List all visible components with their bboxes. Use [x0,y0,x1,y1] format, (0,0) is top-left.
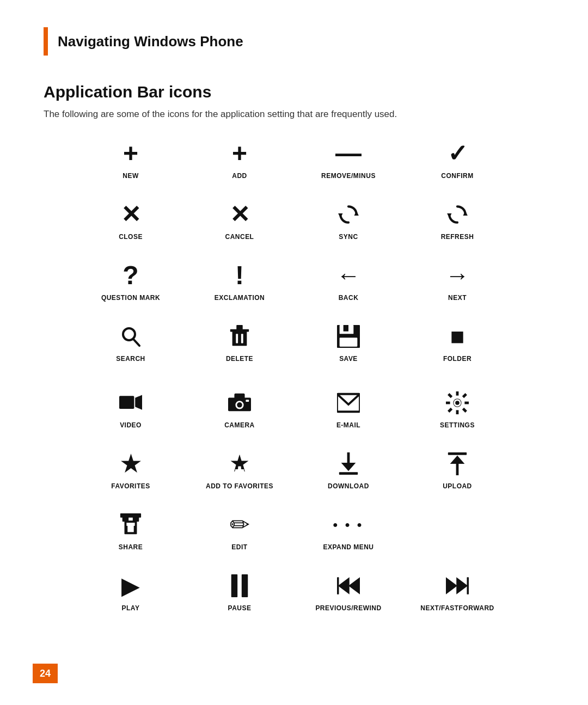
svg-rect-53 [337,577,339,594]
close-label: CLOSE [119,233,143,241]
refresh-label: REFRESH [441,233,474,241]
icon-expand-menu: ● ● ● EXPAND MENU [294,511,403,551]
svg-rect-39 [339,472,358,475]
share-label: SHARE [119,543,143,551]
pause-icon [228,572,251,600]
favorites-icon: ★ [119,450,143,478]
icon-save: SAVE [294,322,403,363]
email-label: E-MAIL [336,421,360,429]
header: Navigating Windows Phone [44,27,544,56]
icon-cancel: ✕ CANCEL [185,200,294,241]
svg-point-33 [455,401,460,405]
svg-marker-52 [338,577,350,594]
add-favorites-icon [228,450,251,478]
header-title: Navigating Windows Phone [58,33,243,50]
camera-icon [228,389,251,417]
svg-point-20 [237,402,242,408]
icon-settings: SETTINGS [403,389,512,429]
play-label: PLAY [122,604,140,612]
section-title: Application Bar icons [44,83,544,101]
upload-icon [446,450,469,478]
svg-rect-49 [231,574,237,597]
svg-line-29 [463,409,467,412]
svg-line-28 [449,394,452,397]
icon-new: + NEW [76,139,185,180]
next-ff-label: NEXT/FASTFORWARD [420,604,494,612]
svg-marker-16 [135,395,142,409]
icon-email: E-MAIL [294,389,403,429]
svg-rect-9 [236,334,238,343]
svg-rect-6 [232,331,247,346]
expand-menu-icon: ● ● ● [333,511,364,539]
page-container: Navigating Windows Phone Application Bar… [0,0,588,676]
save-label: SAVE [339,355,358,363]
svg-marker-38 [341,463,356,471]
icon-next: → NEXT [403,261,512,302]
next-label: NEXT [448,294,467,302]
back-label: BACK [339,294,359,302]
settings-icon [446,389,469,417]
icon-remove: — REMOVE/MINUS [294,139,403,180]
icon-prev-rewind: PREVIOUS/REWIND [294,572,403,612]
icons-grid: + NEW + ADD — REMOVE/MINUS ✓ CONFIRM ✕ C… [76,139,544,633]
favorites-label: FAVORITES [111,482,150,490]
icon-delete: DELETE [185,322,294,363]
cancel-icon: ✕ [230,200,250,229]
close-icon: ✕ [121,200,141,229]
next-icon: → [445,261,469,290]
save-icon [337,322,360,351]
svg-line-5 [133,339,139,346]
icon-empty [403,511,512,551]
icon-share: SHARE [76,511,185,551]
add-label: ADD [232,172,247,180]
add-favorites-label: ADD TO FAVORITES [206,482,273,490]
icon-back: ← BACK [294,261,403,302]
icon-add: + ADD [185,139,294,180]
icon-add-favorites: ADD TO FAVORITES [185,450,294,490]
download-icon [337,450,360,478]
add-icon: + [232,139,247,168]
svg-rect-8 [236,325,242,330]
icon-question-mark: ? QUESTION MARK [76,261,185,302]
remove-label: REMOVE/MINUS [321,172,376,180]
icon-edit: ✏ EDIT [185,511,294,551]
svg-marker-55 [456,577,468,594]
video-icon [119,389,142,417]
email-icon [337,389,360,417]
icon-sync: SYNC [294,200,403,241]
svg-rect-48 [120,513,141,518]
icon-video: VIDEO [76,389,185,429]
search-label: SEARCH [116,355,145,363]
delete-label: DELETE [226,355,253,363]
icon-upload: UPLOAD [403,450,512,490]
settings-label: SETTINGS [440,421,475,429]
svg-rect-36 [235,469,244,472]
svg-rect-42 [448,452,467,455]
delete-icon [228,322,251,351]
sync-label: SYNC [339,233,358,241]
svg-rect-13 [344,325,348,332]
confirm-label: CONFIRM [441,172,473,180]
svg-rect-10 [241,334,243,343]
svg-rect-50 [242,574,248,597]
icon-next-ff: NEXT/FASTFORWARD [403,572,512,612]
question-mark-icon: ? [122,261,138,290]
svg-line-31 [449,409,452,412]
new-label: NEW [122,172,138,180]
svg-rect-45 [127,525,133,532]
svg-marker-41 [450,456,465,464]
expand-menu-label: EXPAND MENU [323,543,373,551]
download-label: DOWNLOAD [328,482,369,490]
prev-rewind-label: PREVIOUS/REWIND [315,604,381,612]
icon-confirm: ✓ CONFIRM [403,139,512,180]
remove-icon: — [335,139,362,168]
icon-exclamation: ! EXCLAMATION [185,261,294,302]
share-icon [119,511,142,539]
icon-favorites: ★ FAVORITES [76,450,185,490]
svg-marker-54 [446,577,457,594]
new-icon: + [123,139,138,168]
confirm-icon: ✓ [448,139,468,168]
svg-marker-51 [348,577,360,594]
svg-rect-56 [467,577,469,594]
icon-play: ▶ PLAY [76,572,185,612]
